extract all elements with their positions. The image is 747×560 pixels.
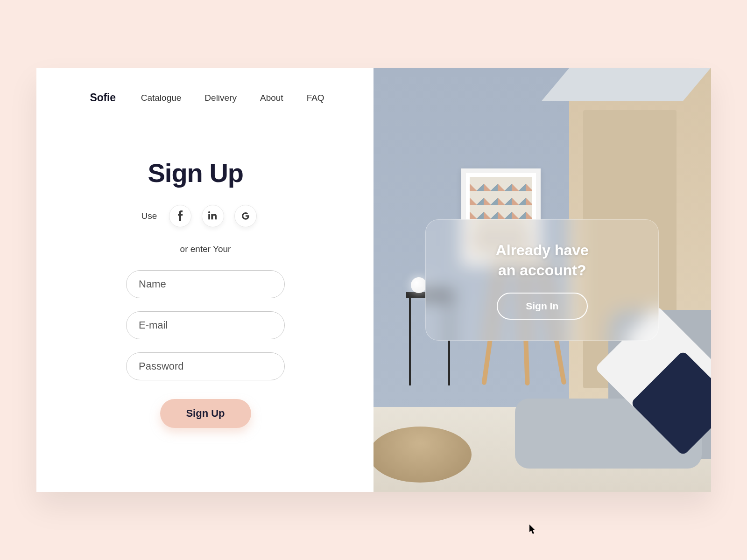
password-input[interactable] — [126, 352, 285, 380]
linkedin-login-button[interactable] — [202, 205, 224, 227]
main-nav: Catalogue Delivery About FAQ — [141, 93, 324, 103]
use-label: Use — [141, 211, 157, 221]
signup-card: Sofie Catalogue Delivery About FAQ Sign … — [36, 68, 711, 492]
signup-button[interactable]: Sign Up — [160, 399, 251, 428]
nav-delivery[interactable]: Delivery — [204, 93, 237, 103]
signup-title: Sign Up — [148, 158, 244, 188]
hero-image-pane: Already have an account? Sign In — [374, 68, 711, 492]
signin-title-line2: an account? — [498, 262, 586, 279]
signin-title-line1: Already have — [496, 242, 589, 259]
or-enter-label: or enter Your — [180, 244, 231, 254]
signin-overlay-title: Already have an account? — [496, 240, 589, 280]
header: Sofie Catalogue Delivery About FAQ — [90, 91, 346, 104]
nav-catalogue[interactable]: Catalogue — [141, 93, 182, 103]
signin-button[interactable]: Sign In — [497, 293, 588, 320]
facebook-login-button[interactable] — [169, 205, 191, 227]
social-login-row: Use — [141, 205, 257, 227]
google-login-button[interactable] — [234, 205, 257, 227]
signin-overlay: Already have an account? Sign In — [425, 219, 659, 341]
nav-faq[interactable]: FAQ — [307, 93, 324, 103]
nav-about[interactable]: About — [260, 93, 283, 103]
facebook-icon — [177, 210, 183, 222]
cursor-icon — [529, 525, 537, 535]
left-pane: Sofie Catalogue Delivery About FAQ Sign … — [36, 68, 374, 492]
google-icon — [241, 211, 250, 222]
linkedin-icon — [208, 211, 218, 222]
input-group — [126, 270, 285, 380]
name-input[interactable] — [126, 270, 285, 298]
brand-logo[interactable]: Sofie — [90, 91, 116, 104]
email-input[interactable] — [126, 311, 285, 339]
signup-form: Sign Up Use — [123, 158, 289, 428]
